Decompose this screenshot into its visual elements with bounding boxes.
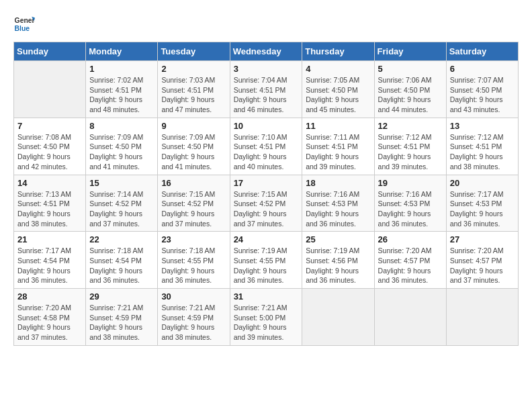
day-info: Sunrise: 7:20 AMSunset: 4:57 PMDaylight:… — [378, 246, 443, 285]
calendar-header-row: SundayMondayTuesdayWednesdayThursdayFrid… — [14, 42, 519, 61]
calendar-week-row: 7Sunrise: 7:08 AMSunset: 4:50 PMDaylight… — [14, 118, 519, 175]
day-number: 8 — [89, 121, 154, 131]
day-info: Sunrise: 7:20 AMSunset: 4:58 PMDaylight:… — [17, 303, 82, 342]
day-number: 11 — [306, 121, 370, 131]
header-saturday: Saturday — [446, 42, 518, 61]
calendar-cell: 6Sunrise: 7:07 AMSunset: 4:50 PMDaylight… — [446, 61, 518, 118]
day-info: Sunrise: 7:18 AMSunset: 4:55 PMDaylight:… — [161, 246, 226, 285]
day-info: Sunrise: 7:09 AMSunset: 4:50 PMDaylight:… — [89, 132, 154, 172]
calendar-cell: 11Sunrise: 7:11 AMSunset: 4:51 PMDayligh… — [302, 118, 374, 175]
calendar-cell: 4Sunrise: 7:05 AMSunset: 4:50 PMDaylight… — [302, 61, 374, 118]
calendar-week-row: 28Sunrise: 7:20 AMSunset: 4:58 PMDayligh… — [14, 289, 519, 346]
day-info: Sunrise: 7:10 AMSunset: 4:51 PMDaylight:… — [234, 132, 299, 172]
svg-text:General: General — [15, 17, 35, 24]
logo: General Blue — [13, 13, 35, 35]
calendar-cell: 1Sunrise: 7:02 AMSunset: 4:51 PMDaylight… — [86, 61, 158, 118]
calendar-cell: 27Sunrise: 7:20 AMSunset: 4:57 PMDayligh… — [446, 232, 518, 289]
calendar-cell: 10Sunrise: 7:10 AMSunset: 4:51 PMDayligh… — [230, 118, 302, 175]
day-info: Sunrise: 7:21 AMSunset: 4:59 PMDaylight:… — [89, 303, 154, 342]
calendar-cell: 2Sunrise: 7:03 AMSunset: 4:51 PMDaylight… — [158, 61, 230, 118]
day-info: Sunrise: 7:19 AMSunset: 4:55 PMDaylight:… — [234, 246, 299, 285]
day-info: Sunrise: 7:12 AMSunset: 4:51 PMDaylight:… — [378, 132, 443, 172]
day-number: 20 — [450, 178, 515, 188]
day-number: 24 — [234, 234, 299, 244]
header: General Blue — [13, 13, 519, 35]
calendar-cell: 18Sunrise: 7:16 AMSunset: 4:53 PMDayligh… — [302, 175, 374, 232]
day-info: Sunrise: 7:03 AMSunset: 4:51 PMDaylight:… — [161, 75, 226, 115]
day-info: Sunrise: 7:15 AMSunset: 4:52 PMDaylight:… — [234, 189, 299, 229]
calendar-cell: 19Sunrise: 7:16 AMSunset: 4:53 PMDayligh… — [374, 175, 446, 232]
calendar-cell: 7Sunrise: 7:08 AMSunset: 4:50 PMDaylight… — [14, 118, 86, 175]
day-number: 2 — [161, 64, 226, 74]
calendar-cell: 14Sunrise: 7:13 AMSunset: 4:51 PMDayligh… — [14, 175, 86, 232]
day-number: 22 — [89, 234, 154, 244]
header-monday: Monday — [86, 42, 158, 61]
day-info: Sunrise: 7:15 AMSunset: 4:52 PMDaylight:… — [161, 189, 226, 229]
day-info: Sunrise: 7:17 AMSunset: 4:53 PMDaylight:… — [450, 189, 515, 229]
calendar-cell: 28Sunrise: 7:20 AMSunset: 4:58 PMDayligh… — [14, 289, 86, 346]
calendar-cell: 20Sunrise: 7:17 AMSunset: 4:53 PMDayligh… — [446, 175, 518, 232]
day-info: Sunrise: 7:14 AMSunset: 4:52 PMDaylight:… — [89, 189, 154, 229]
day-number: 4 — [306, 64, 370, 74]
calendar-cell: 13Sunrise: 7:12 AMSunset: 4:51 PMDayligh… — [446, 118, 518, 175]
calendar-cell — [302, 289, 374, 346]
calendar-cell: 15Sunrise: 7:14 AMSunset: 4:52 PMDayligh… — [86, 175, 158, 232]
day-info: Sunrise: 7:13 AMSunset: 4:51 PMDaylight:… — [17, 189, 82, 229]
calendar-cell: 3Sunrise: 7:04 AMSunset: 4:51 PMDaylight… — [230, 61, 302, 118]
day-number: 1 — [89, 64, 154, 74]
day-number: 14 — [17, 178, 82, 188]
calendar-cell — [446, 289, 518, 346]
day-number: 6 — [450, 64, 515, 74]
day-number: 28 — [17, 291, 82, 302]
day-number: 26 — [378, 234, 443, 244]
day-info: Sunrise: 7:09 AMSunset: 4:50 PMDaylight:… — [161, 132, 226, 172]
day-number: 21 — [17, 234, 82, 244]
day-info: Sunrise: 7:16 AMSunset: 4:53 PMDaylight:… — [378, 189, 443, 229]
calendar-week-row: 1Sunrise: 7:02 AMSunset: 4:51 PMDaylight… — [14, 61, 519, 118]
calendar-week-row: 21Sunrise: 7:17 AMSunset: 4:54 PMDayligh… — [14, 232, 519, 289]
calendar-cell: 17Sunrise: 7:15 AMSunset: 4:52 PMDayligh… — [230, 175, 302, 232]
day-number: 9 — [161, 121, 226, 131]
day-number: 10 — [234, 121, 299, 131]
calendar-cell: 25Sunrise: 7:19 AMSunset: 4:56 PMDayligh… — [302, 232, 374, 289]
day-info: Sunrise: 7:02 AMSunset: 4:51 PMDaylight:… — [89, 75, 154, 115]
day-info: Sunrise: 7:06 AMSunset: 4:50 PMDaylight:… — [378, 75, 443, 115]
header-wednesday: Wednesday — [230, 42, 302, 61]
logo-icon: General Blue — [13, 13, 35, 35]
day-number: 5 — [378, 64, 443, 74]
calendar-cell: 26Sunrise: 7:20 AMSunset: 4:57 PMDayligh… — [374, 232, 446, 289]
header-tuesday: Tuesday — [158, 42, 230, 61]
day-number: 29 — [89, 291, 154, 302]
header-sunday: Sunday — [14, 42, 86, 61]
day-number: 3 — [234, 64, 299, 74]
day-number: 17 — [234, 178, 299, 188]
day-info: Sunrise: 7:11 AMSunset: 4:51 PMDaylight:… — [306, 132, 370, 172]
day-info: Sunrise: 7:12 AMSunset: 4:51 PMDaylight:… — [450, 132, 515, 172]
day-info: Sunrise: 7:21 AMSunset: 5:00 PMDaylight:… — [234, 303, 299, 342]
day-info: Sunrise: 7:08 AMSunset: 4:50 PMDaylight:… — [17, 132, 82, 172]
day-number: 18 — [306, 178, 370, 188]
day-number: 31 — [234, 291, 299, 302]
day-info: Sunrise: 7:04 AMSunset: 4:51 PMDaylight:… — [234, 75, 299, 115]
header-thursday: Thursday — [302, 42, 374, 61]
day-number: 27 — [450, 234, 515, 244]
calendar-cell: 30Sunrise: 7:21 AMSunset: 4:59 PMDayligh… — [158, 289, 230, 346]
calendar-cell — [374, 289, 446, 346]
day-info: Sunrise: 7:17 AMSunset: 4:54 PMDaylight:… — [17, 246, 82, 285]
day-info: Sunrise: 7:20 AMSunset: 4:57 PMDaylight:… — [450, 246, 515, 285]
calendar-cell: 23Sunrise: 7:18 AMSunset: 4:55 PMDayligh… — [158, 232, 230, 289]
day-info: Sunrise: 7:16 AMSunset: 4:53 PMDaylight:… — [306, 189, 370, 229]
calendar-cell: 8Sunrise: 7:09 AMSunset: 4:50 PMDaylight… — [86, 118, 158, 175]
calendar-cell: 22Sunrise: 7:18 AMSunset: 4:54 PMDayligh… — [86, 232, 158, 289]
day-number: 13 — [450, 121, 515, 131]
day-number: 12 — [378, 121, 443, 131]
calendar-week-row: 14Sunrise: 7:13 AMSunset: 4:51 PMDayligh… — [14, 175, 519, 232]
calendar-cell: 31Sunrise: 7:21 AMSunset: 5:00 PMDayligh… — [230, 289, 302, 346]
header-friday: Friday — [374, 42, 446, 61]
day-number: 16 — [161, 178, 226, 188]
day-number: 7 — [17, 121, 82, 131]
day-number: 30 — [161, 291, 226, 302]
day-info: Sunrise: 7:18 AMSunset: 4:54 PMDaylight:… — [89, 246, 154, 285]
day-info: Sunrise: 7:05 AMSunset: 4:50 PMDaylight:… — [306, 75, 370, 115]
day-number: 25 — [306, 234, 370, 244]
